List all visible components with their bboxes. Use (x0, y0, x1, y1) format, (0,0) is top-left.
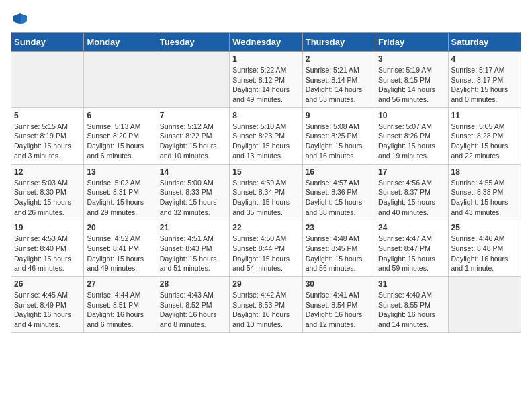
day-cell: 27Sunrise: 4:44 AMSunset: 8:51 PMDayligh… (84, 277, 157, 333)
day-number: 3 (378, 54, 445, 64)
day-content: Sunrise: 4:47 AMSunset: 8:47 PMDaylight:… (378, 234, 445, 273)
day-content: Sunrise: 4:41 AMSunset: 8:54 PMDaylight:… (306, 290, 372, 330)
page-header (11, 11, 521, 27)
day-number: 16 (306, 167, 372, 177)
day-number: 13 (87, 167, 153, 177)
day-content: Sunrise: 4:51 AMSunset: 8:43 PMDaylight:… (160, 234, 226, 273)
day-content: Sunrise: 5:22 AMSunset: 8:12 PMDaylight:… (232, 65, 299, 105)
day-header-wednesday: Wednesday (230, 33, 302, 52)
day-cell: 14Sunrise: 5:00 AMSunset: 8:33 PMDayligh… (157, 164, 229, 220)
day-cell: 5Sunrise: 5:15 AMSunset: 8:19 PMDaylight… (11, 107, 84, 164)
day-cell (157, 52, 229, 108)
day-content: Sunrise: 4:46 AMSunset: 8:48 PMDaylight:… (451, 234, 518, 273)
day-cell: 19Sunrise: 4:53 AMSunset: 8:40 PMDayligh… (11, 220, 84, 277)
day-cell: 13Sunrise: 5:02 AMSunset: 8:31 PMDayligh… (84, 164, 157, 220)
day-content: Sunrise: 4:57 AMSunset: 8:36 PMDaylight:… (306, 178, 372, 218)
day-cell: 8Sunrise: 5:10 AMSunset: 8:23 PMDaylight… (230, 107, 302, 164)
day-cell: 10Sunrise: 5:07 AMSunset: 8:26 PMDayligh… (375, 107, 448, 164)
day-content: Sunrise: 5:19 AMSunset: 8:15 PMDaylight:… (378, 65, 445, 105)
day-content: Sunrise: 5:00 AMSunset: 8:33 PMDaylight:… (160, 178, 226, 218)
day-content: Sunrise: 4:44 AMSunset: 8:51 PMDaylight:… (87, 290, 153, 330)
day-number: 1 (232, 54, 299, 64)
day-content: Sunrise: 4:40 AMSunset: 8:55 PMDaylight:… (378, 290, 445, 330)
day-cell (11, 52, 84, 108)
day-cell: 29Sunrise: 4:42 AMSunset: 8:53 PMDayligh… (230, 277, 302, 333)
day-content: Sunrise: 4:50 AMSunset: 8:44 PMDaylight:… (232, 234, 299, 273)
day-cell (84, 52, 157, 108)
day-number: 5 (14, 111, 81, 120)
week-row-5: 26Sunrise: 4:45 AMSunset: 8:49 PMDayligh… (11, 277, 521, 333)
day-cell: 31Sunrise: 4:40 AMSunset: 8:55 PMDayligh… (375, 277, 448, 333)
week-row-2: 5Sunrise: 5:15 AMSunset: 8:19 PMDaylight… (11, 107, 521, 164)
day-cell: 24Sunrise: 4:47 AMSunset: 8:47 PMDayligh… (375, 220, 448, 277)
days-header-row: SundayMondayTuesdayWednesdayThursdayFrid… (11, 33, 521, 52)
day-cell: 6Sunrise: 5:13 AMSunset: 8:20 PMDaylight… (84, 107, 157, 164)
day-content: Sunrise: 5:03 AMSunset: 8:30 PMDaylight:… (14, 178, 81, 218)
day-number: 19 (14, 223, 81, 232)
day-cell: 22Sunrise: 4:50 AMSunset: 8:44 PMDayligh… (230, 220, 302, 277)
day-number: 18 (451, 167, 518, 177)
day-cell: 30Sunrise: 4:41 AMSunset: 8:54 PMDayligh… (302, 277, 375, 333)
day-header-monday: Monday (84, 33, 157, 52)
logo (11, 11, 28, 27)
day-number: 20 (87, 223, 153, 232)
day-cell: 28Sunrise: 4:43 AMSunset: 8:52 PMDayligh… (157, 277, 229, 333)
day-cell: 11Sunrise: 5:05 AMSunset: 8:28 PMDayligh… (448, 107, 521, 164)
day-number: 25 (451, 223, 518, 232)
day-number: 24 (378, 223, 445, 232)
day-content: Sunrise: 4:45 AMSunset: 8:49 PMDaylight:… (14, 290, 81, 330)
day-number: 10 (378, 111, 445, 120)
day-cell: 7Sunrise: 5:12 AMSunset: 8:22 PMDaylight… (157, 107, 229, 164)
day-number: 4 (451, 54, 518, 64)
day-content: Sunrise: 4:52 AMSunset: 8:41 PMDaylight:… (87, 234, 153, 273)
day-number: 22 (232, 223, 299, 232)
day-cell (448, 277, 521, 333)
day-content: Sunrise: 5:21 AMSunset: 8:14 PMDaylight:… (306, 65, 372, 105)
day-content: Sunrise: 4:56 AMSunset: 8:37 PMDaylight:… (378, 178, 445, 218)
day-number: 30 (306, 279, 372, 289)
day-header-saturday: Saturday (448, 33, 521, 52)
day-number: 14 (160, 167, 226, 177)
day-cell: 23Sunrise: 4:48 AMSunset: 8:45 PMDayligh… (302, 220, 375, 277)
day-number: 26 (14, 279, 81, 289)
day-content: Sunrise: 5:17 AMSunset: 8:17 PMDaylight:… (451, 65, 518, 105)
calendar-table: SundayMondayTuesdayWednesdayThursdayFrid… (11, 32, 521, 333)
day-header-sunday: Sunday (11, 33, 84, 52)
day-content: Sunrise: 5:10 AMSunset: 8:23 PMDaylight:… (232, 122, 299, 161)
day-cell: 21Sunrise: 4:51 AMSunset: 8:43 PMDayligh… (157, 220, 229, 277)
day-cell: 2Sunrise: 5:21 AMSunset: 8:14 PMDaylight… (302, 52, 375, 108)
day-content: Sunrise: 4:48 AMSunset: 8:45 PMDaylight:… (306, 234, 372, 273)
day-number: 29 (232, 279, 299, 289)
day-number: 2 (306, 54, 372, 64)
day-content: Sunrise: 5:13 AMSunset: 8:20 PMDaylight:… (87, 122, 153, 161)
day-number: 9 (306, 111, 372, 120)
day-cell: 4Sunrise: 5:17 AMSunset: 8:17 PMDaylight… (448, 52, 521, 108)
day-cell: 3Sunrise: 5:19 AMSunset: 8:15 PMDaylight… (375, 52, 448, 108)
day-content: Sunrise: 5:05 AMSunset: 8:28 PMDaylight:… (451, 122, 518, 161)
day-number: 27 (87, 279, 153, 289)
day-number: 28 (160, 279, 226, 289)
day-number: 23 (306, 223, 372, 232)
day-content: Sunrise: 4:55 AMSunset: 8:38 PMDaylight:… (451, 178, 518, 218)
day-content: Sunrise: 5:08 AMSunset: 8:25 PMDaylight:… (306, 122, 372, 161)
day-number: 15 (232, 167, 299, 177)
day-number: 8 (232, 111, 299, 120)
day-cell: 25Sunrise: 4:46 AMSunset: 8:48 PMDayligh… (448, 220, 521, 277)
day-content: Sunrise: 4:42 AMSunset: 8:53 PMDaylight:… (232, 290, 299, 330)
day-content: Sunrise: 4:53 AMSunset: 8:40 PMDaylight:… (14, 234, 81, 273)
day-content: Sunrise: 5:15 AMSunset: 8:19 PMDaylight:… (14, 122, 81, 161)
logo-icon (12, 11, 28, 27)
day-header-friday: Friday (375, 33, 448, 52)
day-number: 7 (160, 111, 226, 120)
day-cell: 20Sunrise: 4:52 AMSunset: 8:41 PMDayligh… (84, 220, 157, 277)
day-cell: 16Sunrise: 4:57 AMSunset: 8:36 PMDayligh… (302, 164, 375, 220)
day-cell: 18Sunrise: 4:55 AMSunset: 8:38 PMDayligh… (448, 164, 521, 220)
week-row-4: 19Sunrise: 4:53 AMSunset: 8:40 PMDayligh… (11, 220, 521, 277)
week-row-3: 12Sunrise: 5:03 AMSunset: 8:30 PMDayligh… (11, 164, 521, 220)
day-number: 17 (378, 167, 445, 177)
day-content: Sunrise: 4:43 AMSunset: 8:52 PMDaylight:… (160, 290, 226, 330)
week-row-1: 1Sunrise: 5:22 AMSunset: 8:12 PMDaylight… (11, 52, 521, 108)
day-content: Sunrise: 5:12 AMSunset: 8:22 PMDaylight:… (160, 122, 226, 161)
day-cell: 1Sunrise: 5:22 AMSunset: 8:12 PMDaylight… (230, 52, 302, 108)
day-cell: 15Sunrise: 4:59 AMSunset: 8:34 PMDayligh… (230, 164, 302, 220)
